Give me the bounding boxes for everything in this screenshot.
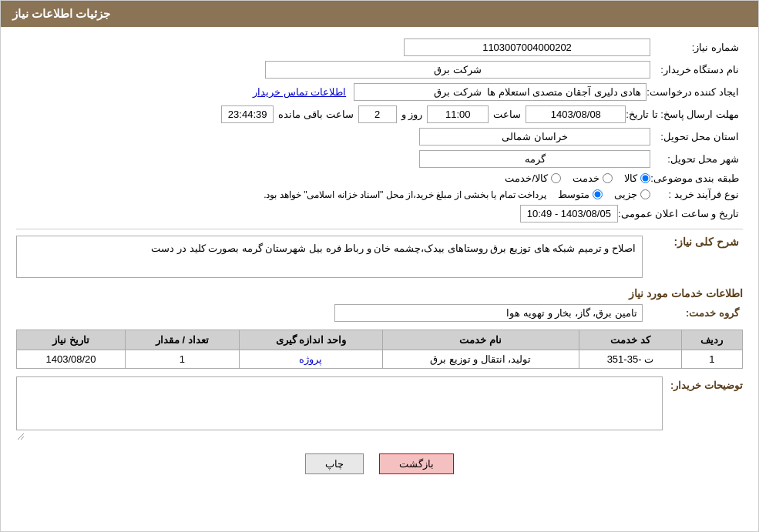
cell-code: ت -35-351 <box>579 350 681 369</box>
table-row: 1 ت -35-351 تولید، انتقال و توزیع برق پر… <box>17 350 743 369</box>
svg-line-0 <box>18 433 24 440</box>
service-group-row: گروه خدمت: <box>16 304 743 322</box>
buyer-notes-box[interactable] <box>16 376 663 430</box>
city-label: شهر محل تحویل: <box>650 153 743 165</box>
deadline-time-input <box>427 105 489 123</box>
need-description-label: شرح کلی نیاز: <box>650 236 743 248</box>
city-input <box>419 150 650 168</box>
category-khedmat-label: خدمت <box>573 172 599 184</box>
buyer-notes-section: توضیحات خریدار: <box>16 376 743 442</box>
category-khedmat-radio[interactable] <box>603 173 613 183</box>
category-kala-label: کالا <box>624 172 637 184</box>
buyer-name-input <box>265 61 650 79</box>
process-motavasset-label: متوسط <box>558 189 589 200</box>
category-kala-radio[interactable] <box>640 173 650 183</box>
creator-label: ایجاد کننده درخواست: <box>646 86 743 98</box>
category-khedmat-item[interactable]: خدمت <box>573 172 613 184</box>
need-description-section: شرح کلی نیاز: اصلاح و ترمیم شبکه های توز… <box>16 236 743 278</box>
city-row: شهر محل تحویل: <box>16 150 743 168</box>
print-button[interactable]: چاپ <box>305 453 364 474</box>
countdown-label: ساعت باقی مانده <box>278 109 353 120</box>
col-header-date: تاریخ نیاز <box>17 330 126 350</box>
category-kala-item[interactable]: کالا <box>624 172 650 184</box>
category-row: طبقه بندی موضوعی: کالا خدمت کالا/خدمت <box>16 172 743 184</box>
announcement-row: تاریخ و ساعت اعلان عمومی: 1403/08/05 - 1… <box>16 205 743 223</box>
need-number-row: شماره نیاز: <box>16 38 743 56</box>
service-group-input <box>334 304 643 322</box>
countdown-value: 23:44:39 <box>221 105 274 123</box>
need-number-input <box>404 38 650 56</box>
days-label: روز و <box>401 109 423 120</box>
deadline-row: مهلت ارسال پاسخ: تا تاریخ: ساعت روز و سا… <box>16 105 743 123</box>
col-header-name: نام خدمت <box>382 330 579 350</box>
announcement-value: 1403/08/05 - 10:49 <box>520 205 618 223</box>
need-description-text: اصلاح و ترمیم شبکه های توزیع برق روستاها… <box>151 243 636 254</box>
process-type-radio-group: جزیی متوسط <box>558 189 650 200</box>
category-kala-khedmat-label: کالا/خدمت <box>505 172 548 184</box>
announcement-label: تاریخ و ساعت اعلان عمومی: <box>618 208 743 219</box>
services-table-container: ردیف کد خدمت نام خدمت واحد اندازه گیری ت… <box>16 330 743 369</box>
deadline-days-input <box>358 105 397 123</box>
svg-line-1 <box>21 437 24 440</box>
page-title: جزئیات اطلاعات نیاز <box>12 7 110 20</box>
category-label: طبقه بندی موضوعی: <box>650 172 743 184</box>
resize-handle-icon <box>16 432 24 440</box>
process-jozii-item[interactable]: جزیی <box>614 189 650 200</box>
creator-input <box>354 83 646 101</box>
deadline-label: مهلت ارسال پاسخ: تا تاریخ: <box>626 109 743 120</box>
buyer-name-row: نام دستگاه خریدار: <box>16 61 743 79</box>
col-header-qty: تعداد / مقدار <box>126 330 240 350</box>
buyer-name-label: نام دستگاه خریدار: <box>650 64 743 75</box>
province-input <box>419 128 650 146</box>
process-type-row: نوع فرآیند خرید : جزیی متوسط پرداخت تمام… <box>16 189 743 200</box>
services-table: ردیف کد خدمت نام خدمت واحد اندازه گیری ت… <box>16 330 743 369</box>
need-number-label: شماره نیاز: <box>650 42 743 53</box>
cell-name: تولید، انتقال و توزیع برق <box>382 350 579 369</box>
need-description-box: اصلاح و ترمیم شبکه های توزیع برق روستاها… <box>16 236 643 278</box>
deadline-date-input <box>526 105 626 123</box>
province-label: استان محل تحویل: <box>650 131 743 142</box>
category-kala-khedmat-item[interactable]: کالا/خدمت <box>505 172 561 184</box>
back-button[interactable]: بازگشت <box>379 453 454 474</box>
buyer-notes-label: توضیحات خریدار: <box>670 376 743 391</box>
creator-row: ایجاد کننده درخواست: اطلاعات تماس خریدار <box>16 83 743 101</box>
cell-unit: پروژه <box>239 350 382 369</box>
service-info-title: اطلاعات خدمات مورد نیاز <box>16 287 743 299</box>
buttons-row: چاپ بازگشت <box>16 453 743 474</box>
col-header-code: کد خدمت <box>579 330 681 350</box>
page-header: جزئیات اطلاعات نیاز <box>1 1 758 27</box>
col-header-unit: واحد اندازه گیری <box>239 330 382 350</box>
province-row: استان محل تحویل: <box>16 128 743 146</box>
cell-row-num: 1 <box>681 350 742 369</box>
process-jozii-label: جزیی <box>614 189 637 200</box>
process-note: پرداخت تمام یا بخشی از مبلغ خرید،از محل … <box>264 189 546 200</box>
process-type-label: نوع فرآیند خرید : <box>650 189 743 200</box>
time-label: ساعت <box>493 109 521 120</box>
category-kala-khedmat-radio[interactable] <box>551 173 561 183</box>
cell-qty: 1 <box>126 350 240 369</box>
cell-date: 1403/08/20 <box>17 350 126 369</box>
process-motavasset-radio[interactable] <box>593 189 603 199</box>
process-motavasset-item[interactable]: متوسط <box>558 189 603 200</box>
contact-link[interactable]: اطلاعات تماس خریدار <box>253 86 346 98</box>
col-header-row: ردیف <box>681 330 742 350</box>
process-jozii-radio[interactable] <box>640 189 650 199</box>
service-group-label: گروه خدمت: <box>650 307 743 319</box>
category-radio-group: کالا خدمت کالا/خدمت <box>505 172 650 184</box>
